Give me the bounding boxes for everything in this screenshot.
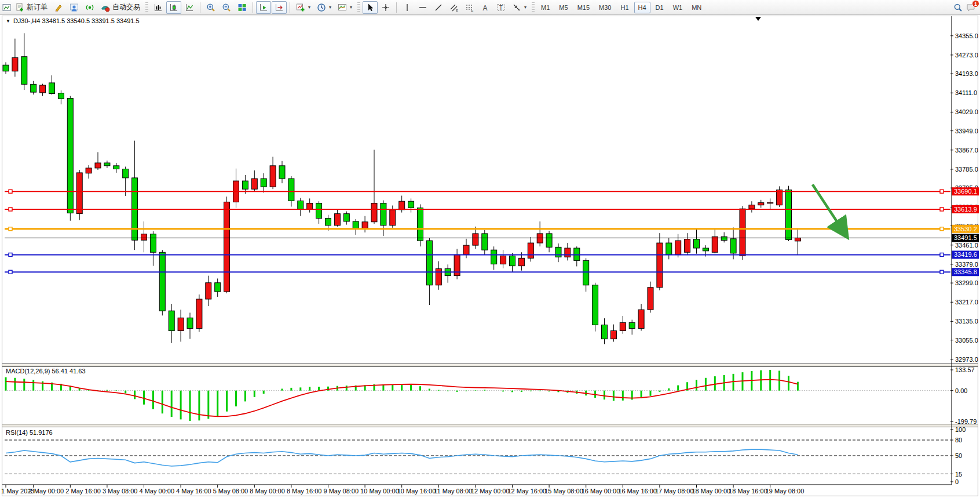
time-label: 5 May 08:00: [213, 488, 248, 495]
time-label: 12 May 16:00: [508, 488, 547, 495]
timeframe-mn[interactable]: MN: [688, 2, 705, 13]
bar-chart-button[interactable]: [151, 1, 166, 14]
periods-dropdown-button[interactable]: ▾: [314, 1, 334, 14]
candle: [316, 203, 322, 218]
candle: [565, 248, 571, 257]
vertical-line-tool-button[interactable]: [400, 1, 415, 14]
timeframe-m30[interactable]: M30: [595, 2, 615, 13]
timeframe-h4[interactable]: H4: [634, 2, 650, 13]
horizontal-line-tool-button[interactable]: [415, 1, 430, 14]
candlestick-chart-button[interactable]: [166, 1, 181, 14]
arrows-shapes-icon: [512, 3, 521, 12]
svg-text:33690.1: 33690.1: [954, 188, 977, 195]
fibonacci-tool-button[interactable]: F: [462, 1, 477, 14]
auto-scroll-button[interactable]: [256, 1, 271, 14]
timeframe-m1[interactable]: M1: [537, 2, 554, 13]
notifications-button[interactable]: 1: [966, 3, 975, 12]
timeframe-m5[interactable]: M5: [555, 2, 572, 13]
search-icon[interactable]: [953, 3, 963, 12]
candle: [500, 256, 506, 264]
candle: [307, 203, 313, 209]
line-chart-button[interactable]: [182, 1, 197, 14]
timeframe-m15[interactable]: M15: [573, 2, 594, 13]
candle: [196, 299, 202, 328]
text-tool-button[interactable]: A: [478, 1, 493, 14]
tile-windows-button[interactable]: [235, 1, 250, 14]
templates-dropdown-button[interactable]: ▾: [335, 1, 355, 14]
chart-shift-button[interactable]: [272, 1, 287, 14]
candle: [95, 163, 101, 168]
svg-text:33055.0: 33055.0: [955, 337, 978, 344]
svg-text:0.00: 0.00: [955, 387, 967, 394]
candle: [141, 234, 147, 240]
text-label-tool-button[interactable]: T: [493, 1, 509, 14]
channel-tool-button[interactable]: E: [447, 1, 462, 14]
candle: [712, 237, 718, 252]
time-label: 12 May 00:00: [471, 488, 510, 495]
candle: [730, 239, 736, 253]
toolbar-separator: [290, 2, 290, 13]
broadcast-button[interactable]: [82, 1, 97, 14]
clock-icon: [317, 3, 326, 12]
timeframe-d1[interactable]: D1: [652, 2, 668, 13]
line-handle[interactable]: [9, 253, 12, 256]
candle: [758, 203, 764, 205]
svg-text:F: F: [471, 9, 474, 12]
line-handle[interactable]: [940, 227, 944, 231]
line-handle[interactable]: [940, 190, 944, 193]
new-order-button[interactable]: 新订单: [12, 1, 50, 14]
candle: [381, 203, 386, 225]
svg-text:100: 100: [955, 426, 966, 433]
svg-text:33299.0: 33299.0: [955, 279, 978, 286]
zoom-out-button[interactable]: [219, 1, 234, 14]
line-handle[interactable]: [9, 208, 12, 211]
toolbar-grip: [357, 2, 360, 13]
candle: [251, 179, 257, 189]
trendline-tool-button[interactable]: [431, 1, 446, 14]
candlestick-chart-icon: [169, 3, 178, 12]
indicators-dropdown-button[interactable]: ▾: [293, 1, 313, 14]
autotrading-icon: [101, 3, 110, 12]
line-handle[interactable]: [940, 208, 944, 211]
zoom-in-icon: [206, 3, 215, 12]
time-label: 19 May 08:00: [766, 488, 805, 495]
zoom-in-button[interactable]: [203, 1, 218, 14]
symbol-dropdown-icon[interactable]: ▼: [6, 19, 10, 24]
candle: [675, 241, 681, 255]
timeframe-w1[interactable]: W1: [669, 2, 687, 13]
line-handle[interactable]: [9, 270, 12, 274]
profile-button[interactable]: [67, 1, 82, 14]
line-handle[interactable]: [9, 190, 12, 193]
time-label: 17 May 08:00: [655, 488, 694, 495]
candle: [528, 243, 533, 258]
svg-text:33135.0: 33135.0: [955, 318, 978, 325]
candle: [610, 330, 616, 339]
candle: [555, 247, 561, 257]
time-label: 10 May 00:00: [360, 488, 399, 495]
crosshair-button[interactable]: [378, 1, 393, 14]
svg-text:34193.0: 34193.0: [955, 70, 978, 77]
line-handle[interactable]: [9, 227, 12, 231]
candle: [463, 245, 469, 255]
time-label: 18 May 16:00: [729, 488, 767, 495]
candle: [491, 250, 497, 264]
autotrading-button[interactable]: 自动交易: [98, 1, 143, 14]
template-icon: [338, 3, 347, 12]
candle: [436, 268, 441, 285]
svg-text:80: 80: [955, 437, 962, 444]
chart-canvas[interactable]: 34355.034273.034193.034111.034029.033949…: [0, 0, 980, 498]
arrows-dropdown-button[interactable]: ▾: [509, 1, 529, 14]
styler-button[interactable]: [51, 1, 66, 14]
line-handle[interactable]: [940, 270, 944, 274]
candle: [270, 166, 276, 187]
timeframe-h1[interactable]: H1: [616, 2, 632, 13]
time-label: 15 May 08:00: [544, 488, 583, 495]
candle: [159, 252, 165, 311]
text-icon: A: [481, 3, 490, 12]
candle: [49, 83, 55, 94]
line-handle[interactable]: [940, 253, 944, 256]
toolbar-separator: [396, 2, 397, 13]
time-label: 4 May 16:00: [176, 488, 211, 495]
cursor-button[interactable]: [363, 1, 378, 14]
svg-text:-199.79: -199.79: [955, 418, 977, 425]
